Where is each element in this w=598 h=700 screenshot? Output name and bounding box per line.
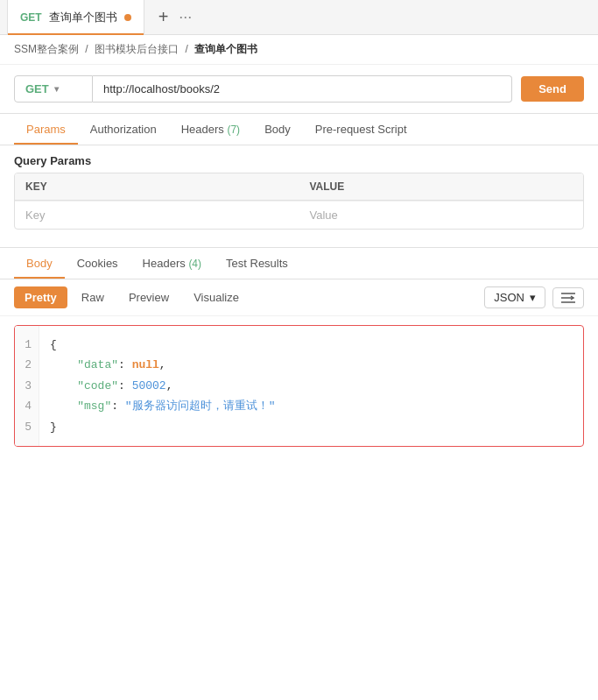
key-placeholder-cell[interactable]: Key xyxy=(15,202,299,229)
format-select[interactable]: JSON ▾ xyxy=(484,286,545,308)
resp-tab-headers[interactable]: Headers (4) xyxy=(130,248,214,279)
query-params-label: Query Params xyxy=(0,145,598,173)
tab-bar: GET 查询单个图书 + ··· xyxy=(0,0,598,35)
code-line-1: { xyxy=(50,335,573,355)
url-input[interactable] xyxy=(93,75,512,103)
response-tabs: Body Cookies Headers (4) Test Results xyxy=(0,248,598,279)
format-label: JSON xyxy=(494,291,524,304)
breadcrumb-active: 查询单个图书 xyxy=(194,43,257,55)
view-tab-raw[interactable]: Raw xyxy=(71,286,115,308)
tab-prerequest[interactable]: Pre-request Script xyxy=(303,114,419,145)
resp-headers-badge: (4) xyxy=(188,258,201,270)
active-tab[interactable]: GET 查询单个图书 xyxy=(7,0,144,35)
line-numbers: 1 2 3 4 5 xyxy=(15,326,39,446)
headers-badge: (7) xyxy=(227,124,240,136)
wrap-icon xyxy=(560,292,576,304)
wrap-button[interactable] xyxy=(552,287,584,308)
response-section: Body Cookies Headers (4) Test Results Pr… xyxy=(0,247,598,447)
line-number-3: 3 xyxy=(22,376,32,396)
tab-headers[interactable]: Headers (7) xyxy=(169,114,252,145)
chevron-down-icon: ▾ xyxy=(54,84,59,94)
response-body-code: 1 2 3 4 5 { "data": null, "code": 50002,… xyxy=(14,325,584,447)
resp-tab-body[interactable]: Body xyxy=(14,248,65,279)
params-empty-row: Key Value xyxy=(15,201,583,229)
code-content: { "data": null, "code": 50002, "msg": "服… xyxy=(39,326,583,446)
breadcrumb-sep2: / xyxy=(185,43,187,55)
new-tab-button[interactable]: + xyxy=(158,7,169,27)
view-tab-visualize[interactable]: Visualize xyxy=(183,286,250,308)
breadcrumb-part1[interactable]: SSM整合案例 xyxy=(14,43,79,55)
tab-authorization[interactable]: Authorization xyxy=(78,114,169,145)
method-select[interactable]: GET ▾ xyxy=(14,75,93,103)
view-tab-preview[interactable]: Preview xyxy=(118,286,179,308)
tab-actions: + ··· xyxy=(144,7,193,27)
line-number-5: 5 xyxy=(22,417,32,437)
breadcrumb-sep1: / xyxy=(85,43,88,55)
resp-tab-test-results[interactable]: Test Results xyxy=(214,248,300,279)
line-number-2: 2 xyxy=(22,355,32,375)
request-tabs: Params Authorization Headers (7) Body Pr… xyxy=(0,114,598,145)
code-line-4: "msg": "服务器访问超时，请重试！" xyxy=(50,396,573,416)
breadcrumb-part2[interactable]: 图书模块后台接口 xyxy=(95,43,179,55)
more-options-button[interactable]: ··· xyxy=(179,8,192,26)
key-column-header: KEY xyxy=(15,173,299,200)
breadcrumb: SSM整合案例 / 图书模块后台接口 / 查询单个图书 xyxy=(0,35,598,65)
value-placeholder-cell[interactable]: Value xyxy=(299,202,584,229)
code-line-2: "data": null, xyxy=(50,355,573,375)
line-number-1: 1 xyxy=(22,335,32,355)
method-label: GET xyxy=(25,82,49,95)
params-header: KEY VALUE xyxy=(15,173,583,201)
value-column-header: VALUE xyxy=(299,173,584,200)
params-table: KEY VALUE Key Value xyxy=(14,173,584,230)
view-tab-pretty[interactable]: Pretty xyxy=(14,286,67,308)
request-line: GET ▾ Send xyxy=(0,65,598,114)
line-number-4: 4 xyxy=(22,396,32,416)
tab-params[interactable]: Params xyxy=(14,114,78,145)
tab-body[interactable]: Body xyxy=(252,114,303,145)
code-line-3: "code": 50002, xyxy=(50,376,573,396)
send-button[interactable]: Send xyxy=(521,76,584,102)
tab-title: 查询单个图书 xyxy=(49,10,117,25)
format-chevron: ▾ xyxy=(530,291,536,304)
tab-method: GET xyxy=(20,11,42,24)
resp-tab-cookies[interactable]: Cookies xyxy=(65,248,130,279)
code-line-5: } xyxy=(50,417,573,437)
tab-unsaved-dot xyxy=(124,14,131,21)
format-options: JSON ▾ xyxy=(484,286,584,308)
view-bar: Pretty Raw Preview Visualize JSON ▾ xyxy=(0,279,598,316)
